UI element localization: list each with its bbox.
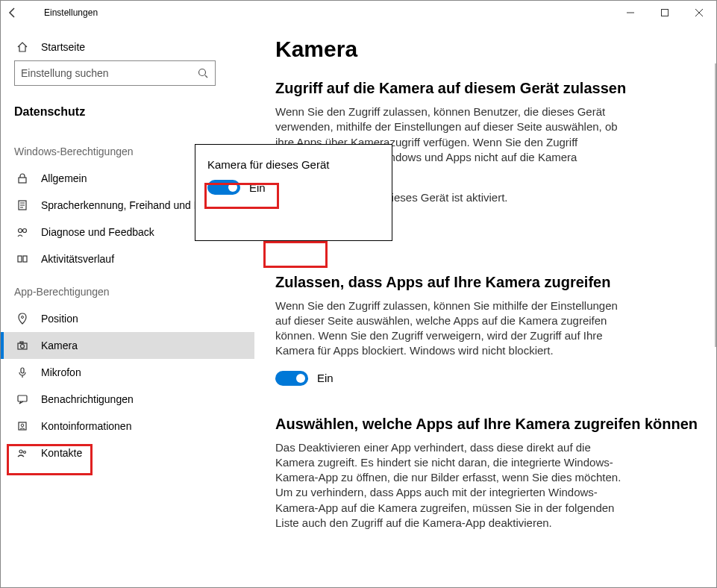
microphone-icon (14, 366, 31, 378)
scrollbar-thumb[interactable] (715, 63, 716, 347)
sidebar-item-account[interactable]: Kontoinformationen (1, 413, 254, 440)
maximize-button[interactable] (648, 1, 682, 25)
svg-point-24 (24, 451, 26, 454)
popup-title: Kamera für dieses Gerät (207, 158, 380, 171)
apps-camera-toggle[interactable] (275, 371, 308, 386)
svg-point-11 (19, 229, 22, 233)
svg-rect-18 (20, 342, 23, 343)
category-title: Datenschutz (1, 96, 254, 132)
svg-rect-13 (18, 256, 22, 262)
minimize-button[interactable] (613, 1, 648, 25)
svg-point-22 (21, 424, 24, 427)
sidebar-item-label: Aktivitätsverlauf (41, 253, 114, 265)
back-button[interactable] (7, 7, 29, 19)
section1-title: Zugriff auf die Kamera auf diesem Gerät … (275, 80, 701, 97)
section2-title: Zulassen, dass Apps auf Ihre Kamera zugr… (275, 274, 701, 291)
sidebar-item-mikrofon[interactable]: Mikrofon (1, 359, 254, 386)
popup-toggle-label: Ein (249, 181, 266, 194)
camera-icon (14, 340, 31, 351)
svg-rect-14 (23, 256, 27, 262)
svg-rect-6 (19, 178, 26, 183)
sidebar-item-position[interactable]: Position (1, 305, 254, 332)
device-camera-toggle[interactable] (207, 180, 240, 195)
sidebar-item-label: Mikrofon (41, 366, 81, 378)
svg-line-5 (205, 75, 207, 78)
svg-point-17 (21, 345, 25, 348)
sidebar-item-kamera[interactable]: Kamera (1, 332, 254, 359)
svg-point-4 (199, 69, 206, 76)
account-icon (14, 420, 31, 432)
sidebar-item-label: Position (41, 313, 78, 325)
content-area: Kamera Zugriff auf die Kamera auf diesem… (254, 25, 716, 587)
svg-rect-19 (21, 368, 24, 373)
close-button[interactable] (682, 1, 716, 25)
sidebar-item-label: Kontoinformationen (41, 420, 131, 432)
titlebar: Einstellungen (1, 1, 716, 25)
home-icon (14, 41, 31, 53)
sidebar-item-contacts[interactable]: Kontakte (1, 440, 254, 466)
svg-point-12 (23, 229, 27, 233)
sidebar-item-label: Diagnose und Feedback (41, 226, 154, 238)
svg-point-15 (22, 316, 24, 319)
sidebar-item-activity[interactable]: Aktivitätsverlauf (1, 245, 254, 272)
sidebar-item-notifications[interactable]: Benachrichtigungen (1, 386, 254, 413)
svg-point-23 (19, 450, 22, 453)
section3-text: Das Deaktivieren einer App verhindert, d… (275, 440, 626, 531)
sidebar-item-label: Benachrichtigungen (41, 393, 134, 405)
sidebar-item-label: Kamera (41, 340, 78, 351)
camera-device-popup: Kamera für dieses Gerät Ein (195, 144, 392, 241)
home-label: Startseite (41, 41, 85, 53)
clipboard-icon (14, 199, 31, 211)
search-icon (197, 67, 209, 79)
window-title: Einstellungen (44, 7, 98, 18)
group-app-permissions: App-Berechtigungen (1, 272, 254, 305)
search-placeholder: Einstellung suchen (21, 67, 197, 79)
location-icon (14, 313, 31, 325)
toggle-label: Ein (317, 372, 334, 384)
contacts-icon (14, 447, 31, 459)
svg-rect-20 (18, 395, 27, 401)
svg-rect-1 (662, 10, 669, 16)
home-link[interactable]: Startseite (1, 34, 254, 60)
page-title: Kamera (275, 37, 701, 62)
section2-text: Wenn Sie den Zugriff zulassen, können Si… (275, 298, 626, 359)
section3-title: Auswählen, welche Apps auf Ihre Kamera z… (275, 416, 701, 433)
notification-icon (14, 393, 31, 405)
svg-rect-21 (19, 422, 26, 430)
sidebar-item-label: Kontakte (41, 447, 82, 459)
lock-icon (14, 172, 31, 184)
history-icon (14, 253, 31, 265)
sidebar: Startseite Einstellung suchen Datenschut… (1, 25, 254, 587)
feedback-icon (14, 226, 31, 238)
search-input[interactable]: Einstellung suchen (14, 60, 216, 86)
sidebar-item-label: Allgemein (41, 172, 87, 184)
